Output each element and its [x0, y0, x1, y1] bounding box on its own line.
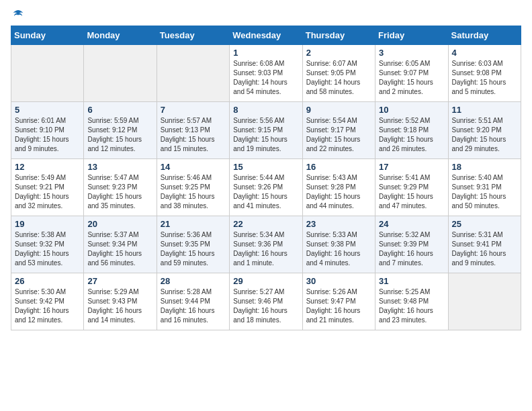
cell-w5-d2: 28Sunrise: 5:28 AM Sunset: 9:44 PM Dayli…: [157, 273, 229, 330]
day-number: 29: [233, 276, 298, 286]
day-info: Sunrise: 5:38 AM Sunset: 9:32 PM Dayligh…: [15, 230, 80, 268]
col-saturday: Saturday: [448, 26, 521, 45]
day-number: 5: [15, 105, 80, 115]
cell-w5-d1: 27Sunrise: 5:29 AM Sunset: 9:43 PM Dayli…: [84, 273, 157, 330]
cell-w2-d5: 10Sunrise: 5:52 AM Sunset: 9:18 PM Dayli…: [375, 102, 448, 159]
cell-w1-d0: [11, 45, 84, 102]
cell-w2-d3: 8Sunrise: 5:56 AM Sunset: 9:15 PM Daylig…: [230, 102, 302, 159]
logo-bird-icon: [12, 8, 24, 20]
day-info: Sunrise: 5:54 AM Sunset: 9:17 PM Dayligh…: [306, 116, 371, 154]
week-row-2: 5Sunrise: 6:01 AM Sunset: 9:10 PM Daylig…: [11, 102, 521, 159]
week-row-1: 1Sunrise: 6:08 AM Sunset: 9:03 PM Daylig…: [11, 45, 521, 102]
calendar-header-row: Sunday Monday Tuesday Wednesday Thursday…: [11, 26, 521, 45]
day-info: Sunrise: 5:29 AM Sunset: 9:43 PM Dayligh…: [87, 287, 152, 325]
day-number: 9: [306, 105, 371, 115]
day-number: 26: [15, 276, 80, 286]
day-number: 13: [87, 162, 152, 172]
day-info: Sunrise: 5:25 AM Sunset: 9:48 PM Dayligh…: [379, 287, 444, 325]
cell-w3-d6: 18Sunrise: 5:40 AM Sunset: 9:31 PM Dayli…: [448, 159, 521, 216]
day-info: Sunrise: 5:43 AM Sunset: 9:28 PM Dayligh…: [306, 173, 371, 211]
cell-w4-d2: 21Sunrise: 5:36 AM Sunset: 9:35 PM Dayli…: [157, 216, 229, 273]
day-number: 16: [306, 162, 371, 172]
col-tuesday: Tuesday: [157, 26, 229, 45]
cell-w2-d2: 7Sunrise: 5:57 AM Sunset: 9:13 PM Daylig…: [157, 102, 229, 159]
day-number: 8: [233, 105, 298, 115]
week-row-4: 19Sunrise: 5:38 AM Sunset: 9:32 PM Dayli…: [11, 216, 521, 273]
day-number: 19: [15, 219, 80, 229]
cell-w1-d4: 2Sunrise: 6:07 AM Sunset: 9:05 PM Daylig…: [302, 45, 375, 102]
day-number: 17: [379, 162, 444, 172]
cell-w4-d5: 24Sunrise: 5:32 AM Sunset: 9:39 PM Dayli…: [375, 216, 448, 273]
day-number: 15: [233, 162, 298, 172]
cell-w1-d6: 4Sunrise: 6:03 AM Sunset: 9:08 PM Daylig…: [448, 45, 521, 102]
cell-w2-d4: 9Sunrise: 5:54 AM Sunset: 9:17 PM Daylig…: [302, 102, 375, 159]
day-info: Sunrise: 5:30 AM Sunset: 9:42 PM Dayligh…: [15, 287, 80, 325]
day-number: 10: [379, 105, 444, 115]
day-info: Sunrise: 5:37 AM Sunset: 9:34 PM Dayligh…: [87, 230, 152, 268]
cell-w1-d3: 1Sunrise: 6:08 AM Sunset: 9:03 PM Daylig…: [230, 45, 302, 102]
cell-w4-d6: 25Sunrise: 5:31 AM Sunset: 9:41 PM Dayli…: [448, 216, 521, 273]
cell-w3-d4: 16Sunrise: 5:43 AM Sunset: 9:28 PM Dayli…: [302, 159, 375, 216]
day-number: 4: [452, 48, 517, 58]
day-number: 30: [306, 276, 371, 286]
day-number: 25: [452, 219, 517, 229]
day-number: 7: [161, 105, 226, 115]
day-info: Sunrise: 5:32 AM Sunset: 9:39 PM Dayligh…: [379, 230, 444, 268]
logo: [11, 11, 24, 20]
day-info: Sunrise: 5:49 AM Sunset: 9:21 PM Dayligh…: [15, 173, 80, 211]
cell-w2-d6: 11Sunrise: 5:51 AM Sunset: 9:20 PM Dayli…: [448, 102, 521, 159]
day-number: 3: [379, 48, 444, 58]
cell-w5-d3: 29Sunrise: 5:27 AM Sunset: 9:46 PM Dayli…: [230, 273, 302, 330]
day-info: Sunrise: 5:28 AM Sunset: 9:44 PM Dayligh…: [161, 287, 226, 325]
cell-w2-d0: 5Sunrise: 6:01 AM Sunset: 9:10 PM Daylig…: [11, 102, 84, 159]
cell-w3-d2: 14Sunrise: 5:46 AM Sunset: 9:25 PM Dayli…: [157, 159, 229, 216]
day-info: Sunrise: 5:41 AM Sunset: 9:29 PM Dayligh…: [379, 173, 444, 211]
day-number: 27: [87, 276, 152, 286]
col-wednesday: Wednesday: [230, 26, 302, 45]
day-info: Sunrise: 5:36 AM Sunset: 9:35 PM Dayligh…: [161, 230, 226, 268]
day-number: 18: [452, 162, 517, 172]
cell-w4-d0: 19Sunrise: 5:38 AM Sunset: 9:32 PM Dayli…: [11, 216, 84, 273]
week-row-3: 12Sunrise: 5:49 AM Sunset: 9:21 PM Dayli…: [11, 159, 521, 216]
cell-w4-d3: 22Sunrise: 5:34 AM Sunset: 9:36 PM Dayli…: [230, 216, 302, 273]
day-number: 20: [87, 219, 152, 229]
day-number: 11: [452, 105, 517, 115]
day-number: 22: [233, 219, 298, 229]
day-info: Sunrise: 6:01 AM Sunset: 9:10 PM Dayligh…: [15, 116, 80, 154]
cell-w5-d5: 31Sunrise: 5:25 AM Sunset: 9:48 PM Dayli…: [375, 273, 448, 330]
cell-w3-d3: 15Sunrise: 5:44 AM Sunset: 9:26 PM Dayli…: [230, 159, 302, 216]
day-number: 2: [306, 48, 371, 58]
cell-w1-d1: [84, 45, 157, 102]
day-info: Sunrise: 5:31 AM Sunset: 9:41 PM Dayligh…: [452, 230, 517, 268]
col-monday: Monday: [84, 26, 157, 45]
day-info: Sunrise: 5:46 AM Sunset: 9:25 PM Dayligh…: [161, 173, 226, 211]
cell-w5-d6: [448, 273, 521, 330]
day-info: Sunrise: 5:33 AM Sunset: 9:38 PM Dayligh…: [306, 230, 371, 268]
cell-w3-d0: 12Sunrise: 5:49 AM Sunset: 9:21 PM Dayli…: [11, 159, 84, 216]
day-number: 12: [15, 162, 80, 172]
day-number: 14: [161, 162, 226, 172]
day-number: 24: [379, 219, 444, 229]
col-sunday: Sunday: [11, 26, 84, 45]
day-info: Sunrise: 5:51 AM Sunset: 9:20 PM Dayligh…: [452, 116, 517, 154]
day-number: 23: [306, 219, 371, 229]
day-number: 1: [233, 48, 298, 58]
col-thursday: Thursday: [302, 26, 375, 45]
cell-w3-d1: 13Sunrise: 5:47 AM Sunset: 9:23 PM Dayli…: [84, 159, 157, 216]
cell-w4-d4: 23Sunrise: 5:33 AM Sunset: 9:38 PM Dayli…: [302, 216, 375, 273]
day-info: Sunrise: 5:47 AM Sunset: 9:23 PM Dayligh…: [87, 173, 152, 211]
cell-w4-d1: 20Sunrise: 5:37 AM Sunset: 9:34 PM Dayli…: [84, 216, 157, 273]
day-info: Sunrise: 5:40 AM Sunset: 9:31 PM Dayligh…: [452, 173, 517, 211]
day-number: 31: [379, 276, 444, 286]
day-number: 21: [161, 219, 226, 229]
day-info: Sunrise: 5:56 AM Sunset: 9:15 PM Dayligh…: [233, 116, 298, 154]
day-info: Sunrise: 5:34 AM Sunset: 9:36 PM Dayligh…: [233, 230, 298, 268]
day-number: 6: [87, 105, 152, 115]
cell-w3-d5: 17Sunrise: 5:41 AM Sunset: 9:29 PM Dayli…: [375, 159, 448, 216]
day-number: 28: [161, 276, 226, 286]
day-info: Sunrise: 5:27 AM Sunset: 9:46 PM Dayligh…: [233, 287, 298, 325]
day-info: Sunrise: 5:59 AM Sunset: 9:12 PM Dayligh…: [87, 116, 152, 154]
day-info: Sunrise: 6:08 AM Sunset: 9:03 PM Dayligh…: [233, 59, 298, 97]
col-friday: Friday: [375, 26, 448, 45]
day-info: Sunrise: 6:07 AM Sunset: 9:05 PM Dayligh…: [306, 59, 371, 97]
